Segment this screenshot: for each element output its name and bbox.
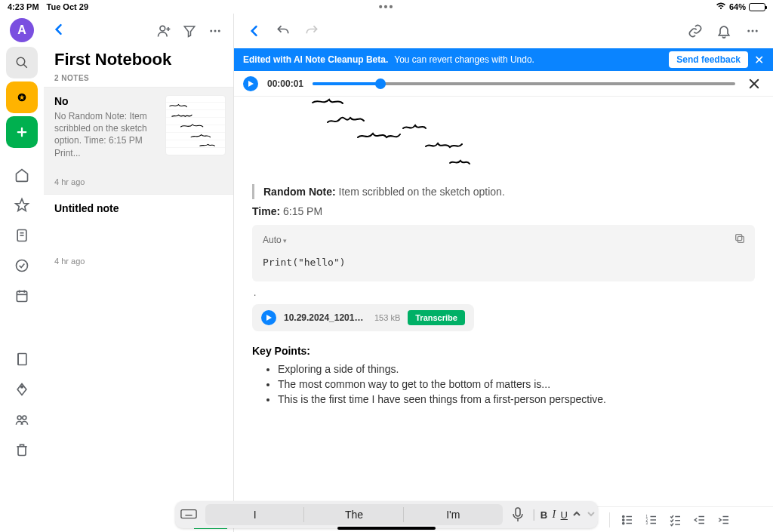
redo-button — [302, 21, 322, 41]
svg-point-24 — [214, 30, 217, 32]
account-avatar[interactable]: A — [10, 18, 34, 42]
code-language-select[interactable]: Auto▾ — [263, 235, 287, 245]
player-close-icon[interactable] — [744, 74, 764, 94]
list-item: This is the first time I have seen thing… — [278, 392, 755, 407]
svg-marker-32 — [248, 81, 254, 87]
predictive-suggestion[interactable]: I — [205, 504, 304, 525]
checklist-button[interactable] — [667, 513, 684, 527]
note-list-panel: First Notebook 2 NOTES No No Random Note… — [44, 14, 234, 532]
code-copy-icon[interactable] — [734, 232, 746, 248]
transcribe-button[interactable]: Transcribe — [408, 310, 465, 325]
dictation-icon[interactable] — [506, 507, 530, 522]
nav-rail: A — [0, 14, 44, 532]
banner-close-icon[interactable]: ✕ — [754, 53, 764, 67]
send-feedback-button[interactable]: Send feedback — [669, 51, 748, 68]
note-thumbnail — [165, 95, 226, 155]
status-date: Tue Oct 29 — [47, 2, 88, 11]
nav-tasks-icon[interactable] — [6, 252, 38, 279]
audio-player-bar: 00:00:01 — [234, 71, 773, 97]
svg-point-31 — [756, 30, 758, 32]
ai-cleanup-banner: Edited with AI Note Cleanup Beta. You ca… — [234, 48, 773, 71]
list-more-icon[interactable] — [205, 20, 226, 42]
note-link-icon[interactable] — [685, 21, 705, 41]
svg-line-1 — [23, 64, 27, 68]
time-label: Time: — [252, 205, 280, 217]
indent-button[interactable] — [716, 513, 732, 527]
battery-icon — [749, 3, 765, 11]
note-card[interactable]: Untitled note 4 hr ago — [44, 194, 233, 273]
list-item: The most common way to get to the bottom… — [278, 377, 755, 392]
svg-point-43 — [623, 518, 624, 520]
svg-point-30 — [752, 30, 754, 32]
notebook-count: 2 NOTES — [44, 74, 233, 87]
svg-rect-14 — [18, 354, 26, 365]
svg-marker-37 — [266, 315, 272, 321]
nav-star-icon[interactable] — [6, 192, 38, 219]
svg-rect-68 — [516, 508, 520, 516]
editor-back-button[interactable] — [245, 21, 264, 41]
svg-point-23 — [210, 30, 212, 32]
svg-point-41 — [623, 515, 624, 517]
nav-home-icon[interactable] — [6, 161, 38, 189]
upgrade-button[interactable] — [6, 81, 38, 113]
code-block[interactable]: Auto▾ Print("hello") — [252, 225, 755, 281]
search-button[interactable] — [6, 47, 38, 78]
audio-play-icon[interactable] — [261, 310, 276, 325]
svg-point-25 — [218, 30, 220, 32]
audio-filename: 10.29.2024_120130P... — [284, 312, 367, 323]
svg-point-19 — [160, 26, 165, 31]
battery-percent: 64% — [729, 2, 746, 11]
share-icon[interactable] — [153, 20, 174, 42]
play-button[interactable] — [243, 76, 258, 91]
note-title: Untitled note — [54, 202, 223, 214]
vdiv: | — [532, 508, 535, 521]
kb-bold-button[interactable]: B — [540, 509, 547, 521]
note-body[interactable]: Random Note: Item scribbled on the sketc… — [234, 97, 773, 506]
banner-text: You can revert changes with Undo. — [394, 54, 534, 65]
note-time: 4 hr ago — [54, 177, 223, 186]
editor-more-icon[interactable] — [743, 21, 762, 41]
predictive-suggestion[interactable]: I'm — [404, 504, 503, 525]
kb-underline-button[interactable]: U — [561, 509, 568, 521]
svg-point-9 — [17, 260, 28, 272]
banner-title: Edited with AI Note Cleanup Beta. — [243, 54, 388, 65]
svg-point-17 — [17, 416, 21, 420]
undo-button[interactable] — [273, 21, 293, 41]
number-list-button[interactable]: 123 — [643, 513, 660, 527]
notebook-title: First Notebook — [44, 48, 233, 74]
reminder-icon[interactable] — [714, 21, 734, 41]
predictive-suggestion[interactable]: The — [304, 504, 403, 525]
svg-point-16 — [21, 386, 23, 388]
player-time: 00:00:01 — [267, 78, 303, 89]
bullet-list-button[interactable] — [619, 513, 636, 527]
nav-trash-icon[interactable] — [6, 436, 38, 463]
keyboard-toggle-icon[interactable] — [175, 509, 202, 521]
nav-notes-icon[interactable] — [6, 222, 38, 249]
svg-marker-5 — [16, 199, 29, 211]
note-card[interactable]: No No Random Note: Item scribbled on the… — [44, 87, 233, 194]
wifi-icon — [716, 2, 726, 11]
nav-notebooks-icon[interactable] — [6, 346, 38, 373]
svg-rect-10 — [17, 291, 26, 301]
svg-text:3: 3 — [646, 521, 648, 525]
time-line: Time: 6:15 PM — [252, 205, 755, 217]
status-handle: ••• — [260, 1, 513, 13]
filter-icon[interactable] — [179, 20, 200, 42]
key-points-title: Key Points: — [252, 345, 755, 357]
outdent-button[interactable] — [691, 513, 708, 527]
kb-down-icon[interactable] — [587, 508, 596, 521]
nav-calendar-icon[interactable] — [6, 282, 38, 309]
random-note-label: Random Note: — [263, 186, 336, 198]
status-time: 4:23 PM — [8, 2, 39, 11]
editor-panel: Edited with AI Note Cleanup Beta. You ca… — [234, 14, 773, 532]
list-back-button[interactable] — [51, 22, 66, 40]
svg-rect-62 — [181, 510, 196, 518]
kb-italic-button[interactable]: I — [553, 509, 556, 521]
kb-up-icon[interactable] — [572, 508, 581, 521]
svg-point-45 — [623, 522, 624, 524]
player-track[interactable] — [313, 82, 735, 85]
nav-shared-icon[interactable] — [6, 406, 38, 433]
nav-tags-icon[interactable] — [6, 376, 38, 403]
audio-attachment[interactable]: 10.29.2024_120130P... 153 kB Transcribe — [252, 304, 474, 331]
new-note-button[interactable] — [6, 116, 38, 148]
